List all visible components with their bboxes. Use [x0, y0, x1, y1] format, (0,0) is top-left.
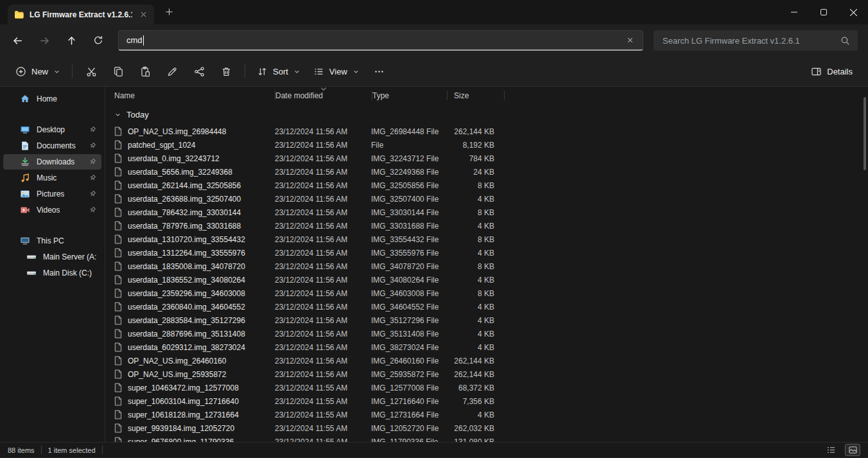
sidebar-item-desktop[interactable]: Desktop — [3, 122, 101, 137]
table-row[interactable]: userdata_1312264.img_3355597623/12/2024 … — [114, 246, 868, 260]
file-date-modified: 23/12/2024 11:55 AM — [275, 397, 371, 406]
file-name: userdata_6029312.img_38273024 — [114, 342, 275, 352]
file-name-text: userdata_263688.img_32507400 — [128, 195, 241, 204]
trash-icon — [221, 66, 232, 77]
share-button[interactable] — [186, 60, 213, 82]
sort-button[interactable]: Sort — [250, 60, 307, 82]
file-icon — [114, 315, 122, 325]
sidebar-item-music[interactable]: Music — [3, 170, 101, 186]
table-row[interactable]: OP_NA2_US.img_2593587223/12/2024 11:56 A… — [114, 367, 868, 381]
main-area: HomeDesktopDocumentsDownloadsMusicPictur… — [0, 87, 868, 442]
vertical-scrollbar[interactable] — [864, 96, 866, 435]
group-header-today[interactable]: Today — [114, 104, 868, 125]
table-row[interactable]: userdata_263688.img_3250740023/12/2024 1… — [114, 192, 868, 206]
table-row[interactable]: userdata_786432.img_3303014423/12/2024 1… — [114, 206, 868, 219]
maximize-button[interactable] — [809, 0, 838, 24]
up-button[interactable] — [60, 30, 82, 51]
refresh-button[interactable] — [87, 30, 109, 51]
tab-close-icon[interactable] — [137, 9, 149, 21]
table-row[interactable]: userdata_262144.img_3250585623/12/2024 1… — [114, 179, 868, 192]
column-header-type[interactable]: Type — [372, 87, 447, 104]
details-view-button[interactable] — [823, 444, 838, 456]
search-input[interactable]: Search LG Firmware Extract v1.2.6.1 — [654, 30, 858, 51]
status-bar: 88 items 1 item selected — [0, 442, 868, 457]
table-row[interactable]: super_10618128.img_1273166423/12/2024 11… — [114, 408, 868, 421]
thumbnail-view-icon — [848, 446, 858, 454]
table-row[interactable]: userdata_1310720.img_3355443223/12/2024 … — [114, 233, 868, 246]
table-row[interactable]: userdata_2360840.img_3460455223/12/2024 … — [114, 300, 868, 313]
file-size: 8 KB — [446, 208, 502, 217]
table-row[interactable]: super_9676800.img_1179033623/12/2024 11:… — [114, 435, 868, 442]
sidebar-item-this-pc[interactable]: This PC — [3, 233, 101, 249]
folder-icon — [14, 10, 24, 20]
file-date-modified: 23/12/2024 11:56 AM — [275, 330, 371, 339]
explorer-tab[interactable]: LG Firmware Extract v1.2.6.1 — [8, 4, 154, 24]
table-row[interactable]: super_10603104.img_1271664023/12/2024 11… — [114, 394, 868, 408]
table-row[interactable]: userdata_787976.img_3303168823/12/2024 1… — [114, 219, 868, 233]
copy-icon — [113, 66, 124, 77]
sidebar-item-videos[interactable]: Videos — [3, 202, 101, 218]
paste-button[interactable] — [132, 60, 159, 82]
file-size: 8 KB — [446, 262, 502, 271]
table-row[interactable]: userdata_0.img_3224371223/12/2024 11:56 … — [114, 152, 868, 165]
column-header-date-modified[interactable]: Date modified — [275, 87, 372, 104]
close-button[interactable] — [838, 0, 868, 24]
file-icon — [114, 383, 122, 392]
thumbnail-view-button[interactable] — [845, 444, 860, 456]
sidebar-item-main-server-a[interactable]: Main Server (A:) — [3, 249, 101, 265]
pin-icon — [89, 206, 96, 214]
column-header-name[interactable]: Name — [114, 87, 275, 104]
new-tab-button[interactable] — [159, 3, 178, 22]
sidebar-item-downloads[interactable]: Downloads — [3, 154, 101, 170]
sidebar-item-pictures[interactable]: Pictures — [3, 186, 101, 202]
table-row[interactable]: super_9939184.img_1205272023/12/2024 11:… — [114, 421, 868, 435]
table-row[interactable]: OP_NA2_US.img_2698444823/12/2024 11:56 A… — [114, 125, 868, 138]
file-type: File — [371, 141, 446, 150]
column-headers: Name Date modified Type Size — [114, 87, 868, 104]
table-row[interactable]: userdata_2359296.img_3460300823/12/2024 … — [114, 286, 868, 300]
file-name-text: userdata_2887696.img_35131408 — [128, 330, 245, 339]
file-date-modified: 23/12/2024 11:56 AM — [275, 289, 371, 298]
clear-address-icon[interactable] — [622, 33, 638, 48]
sidebar-item-documents[interactable]: Documents — [3, 138, 101, 154]
delete-button[interactable] — [213, 60, 239, 82]
forward-button[interactable] — [33, 30, 55, 51]
table-row[interactable]: userdata_6029312.img_3827302423/12/2024 … — [114, 340, 868, 354]
table-row[interactable]: userdata_1836552.img_3408026423/12/2024 … — [114, 273, 868, 286]
cut-button[interactable] — [78, 60, 105, 82]
file-name-text: userdata_1835008.img_34078720 — [128, 262, 245, 271]
file-icon — [114, 302, 122, 312]
file-size: 4 KB — [446, 249, 502, 258]
table-row[interactable]: super_10463472.img_1257700823/12/2024 11… — [114, 381, 868, 394]
table-row[interactable]: userdata_1835008.img_3407872023/12/2024 … — [114, 260, 868, 273]
sidebar-item-label: Home — [37, 94, 57, 103]
see-more-button[interactable] — [366, 60, 393, 82]
column-separator[interactable] — [504, 91, 505, 100]
back-button[interactable] — [6, 30, 28, 51]
table-row[interactable]: userdata_5656.img_3224936823/12/2024 11:… — [114, 165, 868, 179]
table-row[interactable]: userdata_2887696.img_3513140823/12/2024 … — [114, 327, 868, 340]
navigation-bar: cmd Search LG Firmware Extract v1.2.6.1 — [0, 24, 868, 57]
file-type: IMG_32505856 File — [371, 181, 446, 190]
details-button[interactable]: Details — [804, 60, 859, 82]
address-bar-input[interactable]: cmd — [118, 30, 643, 51]
new-button[interactable]: New — [9, 60, 67, 82]
column-header-size[interactable]: Size — [447, 87, 504, 104]
table-row[interactable]: OP_NA2_US.img_2646016023/12/2024 11:56 A… — [114, 354, 868, 367]
sidebar-item-home[interactable]: Home — [3, 91, 101, 107]
minimize-button[interactable] — [779, 0, 809, 24]
rename-button[interactable] — [159, 60, 186, 82]
pin-icon — [89, 126, 96, 134]
table-row[interactable]: patched_sgpt_102423/12/2024 11:56 AMFile… — [114, 138, 868, 152]
copy-button[interactable] — [105, 60, 132, 82]
file-list-body: OP_NA2_US.img_2698444823/12/2024 11:56 A… — [114, 125, 868, 442]
file-type: IMG_34080264 File — [371, 276, 446, 285]
file-type: IMG_35127296 File — [371, 316, 446, 325]
table-row[interactable]: userdata_2883584.img_3512729623/12/2024 … — [114, 313, 868, 327]
view-button[interactable]: View — [307, 60, 366, 82]
sidebar-item-main-disk-c[interactable]: Main Disk (C:) — [3, 265, 101, 281]
sidebar-item-label: Music — [37, 173, 56, 182]
drive-a-icon — [26, 252, 37, 262]
file-size: 8 KB — [446, 289, 502, 298]
scrollbar-thumb[interactable] — [864, 97, 866, 170]
